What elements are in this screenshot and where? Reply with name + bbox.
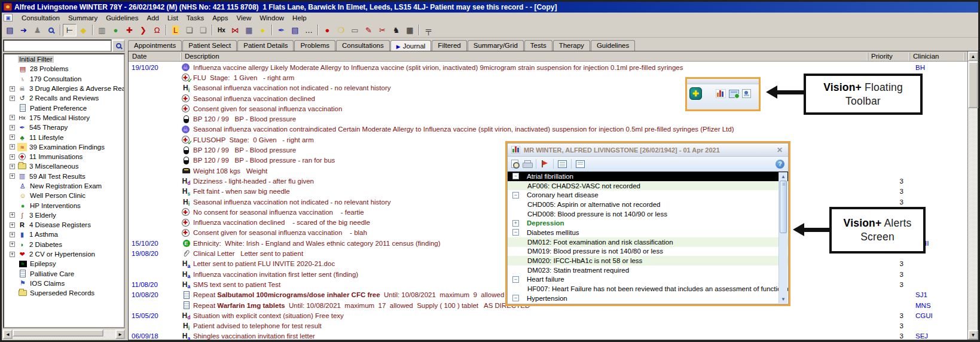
scissors-button[interactable]: ✂: [375, 24, 389, 36]
sidebar-item-545-therapy[interactable]: +✒545 Therapy: [4, 123, 124, 132]
alert-group-row[interactable]: −Atrial fibrillation: [508, 172, 788, 181]
sidebar-item-28-problems[interactable]: ▤28 Problems: [4, 64, 124, 74]
expand-icon[interactable]: +: [10, 252, 15, 257]
scroll-track[interactable]: [13, 329, 115, 339]
sidebar-item-11-lifestyle[interactable]: +♣11 Lifestyle: [4, 132, 124, 142]
expand-toggle[interactable]: −: [512, 276, 519, 283]
expand-icon[interactable]: +: [10, 115, 15, 120]
journal-row[interactable]: ☠Seasonal influenza vaccination contrain…: [129, 124, 978, 135]
list-view-icon[interactable]: [558, 160, 567, 168]
alerts-chart-button[interactable]: [716, 89, 726, 98]
sidebar-item-175-medical-history[interactable]: +Hx175 Medical History: [4, 113, 124, 123]
sticky-note-button[interactable]: ◆: [77, 24, 90, 36]
tab-guidelines[interactable]: Guidelines: [591, 40, 635, 51]
menu-guidelines[interactable]: Guidelines: [102, 14, 142, 22]
journal-vertical-scrollbar[interactable]: ▲ ▼: [967, 51, 978, 340]
chili-button[interactable]: ❯: [136, 24, 150, 36]
menu-view[interactable]: View: [232, 14, 255, 22]
pages-button[interactable]: ❏: [196, 24, 210, 36]
tab-filtered[interactable]: Filtered: [432, 40, 466, 51]
sidebar-item-palliative-care[interactable]: Palliative Care: [4, 269, 124, 279]
scroll-right-button[interactable]: ►: [115, 329, 125, 339]
filter-search-input[interactable]: [3, 39, 112, 52]
scroll-thumb[interactable]: [13, 329, 103, 337]
alerts-scrollbar[interactable]: ▲ ▼: [778, 172, 787, 303]
alert-indicator-row[interactable]: DM020: IFCC-HbA1c is not 58 or less: [508, 256, 788, 265]
column-date[interactable]: Date: [129, 53, 181, 60]
sidebar-item-3-miscellaneous[interactable]: +3 Miscellaneous: [4, 161, 124, 171]
print-preview-icon[interactable]: [511, 160, 518, 168]
sidebar-item-superseded-records[interactable]: Superseded Records: [4, 288, 124, 298]
medical-history-button[interactable]: Hx: [215, 24, 228, 36]
sidebar-item-179-consultation[interactable]: ♄179 Consultation: [4, 74, 124, 84]
journal-row[interactable]: 19/10/20☠Influenza vaccine allergy Likel…: [129, 62, 978, 72]
sidebar-item-hp-interventions[interactable]: ●HP Interventions: [4, 200, 124, 210]
scroll-up-button[interactable]: ▲: [968, 51, 978, 61]
expand-toggle[interactable]: +: [512, 220, 519, 227]
menu-tasks[interactable]: Tasks: [182, 14, 208, 22]
tab-journal[interactable]: ▶Journal: [390, 40, 432, 51]
column-description[interactable]: Description: [181, 53, 868, 60]
tab-patient-details[interactable]: Patient Details: [237, 40, 294, 51]
tab-appointments[interactable]: Appointments: [128, 40, 182, 51]
expand-icon[interactable]: +: [10, 164, 15, 169]
expand-toggle[interactable]: −: [512, 229, 519, 236]
menu-consultation[interactable]: Consultation: [17, 14, 64, 22]
alert-indicator-row[interactable]: CHD008: Blood pressure is not 140/90 or …: [508, 209, 788, 219]
menu-add[interactable]: Add: [142, 14, 163, 22]
sidebar-item-initial-filter[interactable]: Initial Filter: [4, 54, 124, 64]
expand-icon[interactable]: +: [10, 96, 15, 101]
form-edit-button[interactable]: ✎: [362, 24, 375, 36]
journal-row[interactable]: HiPatient advised to telephone for test …: [129, 321, 978, 331]
scroll-thumb[interactable]: [780, 181, 787, 233]
monitor-button[interactable]: ▦: [242, 24, 256, 36]
alert-group-row[interactable]: −Heart failure: [508, 275, 788, 285]
expand-icon[interactable]: +: [10, 86, 15, 91]
alert-group-row[interactable]: −Hypertension: [508, 294, 788, 303]
sidebar-item-39-examination-findings[interactable]: +≈39 Examination Findings: [4, 142, 124, 152]
comment-button[interactable]: ●: [256, 24, 270, 36]
alert-group-row[interactable]: +Depression: [508, 218, 788, 228]
record-button[interactable]: ●: [320, 24, 334, 36]
print-icon[interactable]: [523, 160, 532, 167]
alert-indicator-row[interactable]: DM023: Statin treatment required: [508, 265, 788, 275]
search-button[interactable]: [112, 39, 125, 52]
pen-button[interactable]: ✒: [274, 24, 288, 36]
next-patient-button[interactable]: ➔: [17, 24, 30, 36]
menu-list[interactable]: List: [163, 14, 182, 22]
antenna-button[interactable]: ╤: [422, 24, 435, 36]
expand-icon[interactable]: +: [10, 222, 15, 228]
tab-consultations[interactable]: Consultations: [336, 40, 390, 51]
scroll-left-button[interactable]: ◄: [3, 329, 13, 339]
expand-icon[interactable]: +: [10, 125, 15, 130]
sidebar-item-well-person-clinic[interactable]: ☺Well Person Clinic: [4, 191, 124, 200]
expand-icon[interactable]: +: [10, 135, 15, 140]
tab-patient-select[interactable]: Patient Select: [182, 40, 237, 51]
alert-group-row[interactable]: −Diabetes mellitus: [508, 228, 788, 237]
expand-icon[interactable]: +: [10, 154, 15, 160]
notepad-button[interactable]: ▤: [288, 24, 302, 36]
sidebar-item-3-drug-allergies-adverse-reac[interactable]: +☠3 Drug Allergies & Adverse Reac: [4, 84, 124, 93]
sidebar-item-11-immunisations[interactable]: +✚11 Immunisations: [4, 152, 124, 161]
referral-button[interactable]: ♞: [389, 24, 403, 36]
first-aid-button[interactable]: ✚: [123, 24, 136, 36]
tab-therapy[interactable]: Therapy: [553, 40, 590, 51]
journal-row[interactable]: BP 120 / 99 BP - Blood pressure: [129, 114, 978, 124]
sidebar-item-patient-preference[interactable]: Patient Preference: [4, 103, 124, 112]
column-priority[interactable]: Priority: [868, 53, 909, 60]
visionplus-add-button[interactable]: ✚: [689, 87, 702, 100]
system-menu-icon[interactable]: ▣: [4, 14, 13, 22]
tab-tests[interactable]: Tests: [524, 40, 552, 51]
tab-summary-grid[interactable]: Summary/Grid: [468, 40, 524, 51]
drug-label-button[interactable]: L: [169, 24, 182, 36]
help-button[interactable]: ?: [776, 160, 784, 169]
sidebar-item-3-elderly[interactable]: +∫3 Elderly: [4, 210, 124, 220]
contacts-button[interactable]: [742, 89, 751, 98]
sidebar-item-2-recalls-and-reviews[interactable]: +↺2 Recalls and Reviews: [4, 93, 124, 103]
menu-apps[interactable]: Apps: [208, 14, 232, 22]
menu-help[interactable]: Help: [288, 14, 311, 22]
more-button[interactable]: …: [302, 24, 316, 36]
patient-groups-button[interactable]: ♟: [30, 24, 44, 36]
form-icon[interactable]: [576, 160, 585, 168]
menu-summary[interactable]: Summary: [64, 14, 102, 22]
